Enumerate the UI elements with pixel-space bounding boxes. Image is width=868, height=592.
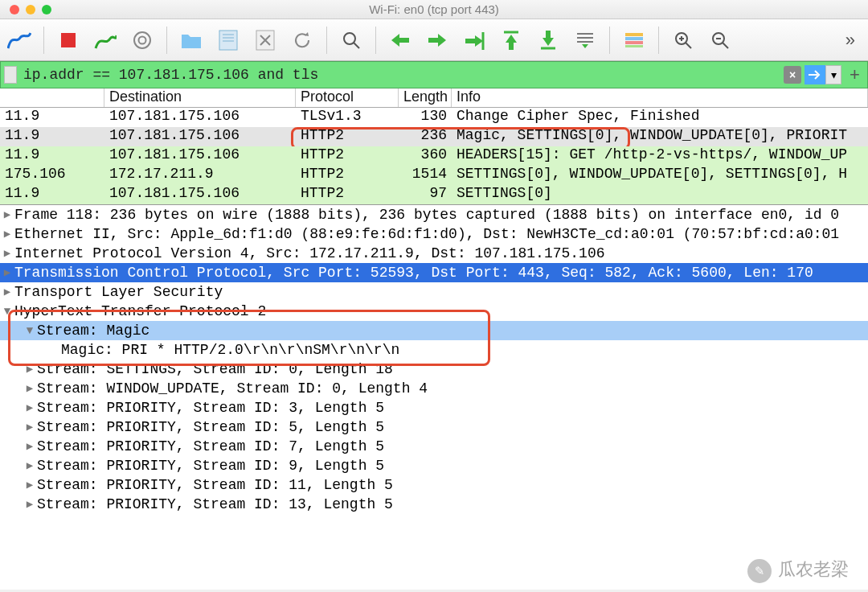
col-header-protocol[interactable]: Protocol [296, 88, 399, 107]
expander-icon[interactable] [23, 417, 37, 437]
cell-protocol: HTTP2 [296, 127, 399, 146]
detail-row[interactable]: Internet Protocol Version 4, Src: 172.17… [0, 244, 868, 263]
detail-stream-row[interactable]: Stream: SETTINGS, Stream ID: 0, Length 1… [0, 360, 868, 379]
packet-details-pane[interactable]: Frame 118: 236 bytes on wire (1888 bits)… [0, 205, 868, 590]
apply-filter-arrow-icon[interactable] [805, 65, 825, 84]
detail-stream-row[interactable]: Stream: PRIORITY, Stream ID: 11, Length … [0, 475, 868, 495]
capture-options-button[interactable] [128, 26, 157, 55]
cell-info: HEADERS[15]: GET /http-2-vs-https/, WIND… [452, 146, 868, 166]
svg-rect-19 [625, 45, 643, 47]
expander-icon[interactable] [0, 205, 14, 224]
expander-icon[interactable] [23, 398, 37, 417]
auto-scroll-button[interactable] [571, 26, 600, 55]
clear-filter-button[interactable]: × [784, 66, 801, 84]
go-first-packet-button[interactable] [497, 26, 526, 55]
wireshark-logo-icon[interactable] [5, 26, 34, 55]
restart-capture-button[interactable] [91, 26, 120, 55]
detail-text: Ethernet II, Src: Apple_6d:f1:d0 (88:e9:… [14, 224, 839, 244]
packet-row[interactable]: 175.106172.17.211.9HTTP21514SETTINGS[0],… [0, 166, 868, 185]
go-forward-button[interactable] [423, 26, 452, 55]
svg-point-1 [134, 32, 150, 48]
detail-text: Stream: PRIORITY, Stream ID: 9, Length 5 [37, 456, 384, 475]
detail-text: Transport Layer Security [14, 282, 223, 302]
open-file-button[interactable] [177, 26, 206, 55]
detail-stream-row[interactable]: Stream: PRIORITY, Stream ID: 7, Length 5 [0, 437, 868, 456]
detail-text: Stream: Magic [37, 321, 149, 340]
svg-line-9 [354, 43, 359, 48]
expander-icon[interactable] [23, 475, 37, 495]
go-last-packet-button[interactable] [534, 26, 563, 55]
packet-row[interactable]: 11.9107.181.175.106HTTP297SETTINGS[0] [0, 185, 868, 204]
cell-protocol: HTTP2 [296, 146, 399, 166]
packet-row[interactable]: 11.9107.181.175.106TLSv1.3130Change Ciph… [0, 108, 868, 127]
col-header-info[interactable]: Info [452, 88, 868, 107]
cell-info: SETTINGS[0], WINDOW_UPDATE[0], SETTINGS[… [452, 166, 868, 185]
expander-icon[interactable] [23, 495, 37, 514]
expander-icon[interactable] [0, 224, 14, 244]
watermark-text: 瓜农老梁 [778, 561, 849, 581]
detail-row[interactable]: Frame 118: 236 bytes on wire (1888 bits)… [0, 205, 868, 224]
expander-icon[interactable] [0, 302, 14, 321]
detail-stream-row[interactable]: Stream: WINDOW_UPDATE, Stream ID: 0, Len… [0, 379, 868, 398]
save-file-button[interactable] [214, 26, 243, 55]
svg-line-25 [723, 43, 728, 48]
jump-to-packet-button[interactable] [460, 26, 489, 55]
col-header-length[interactable]: Length [399, 88, 452, 107]
reload-file-button[interactable] [288, 26, 317, 55]
expander-icon[interactable] [23, 379, 37, 398]
packet-list[interactable]: 11.9107.181.175.106TLSv1.3130Change Ciph… [0, 108, 868, 205]
find-packet-button[interactable] [337, 26, 366, 55]
display-filter-input[interactable] [20, 67, 780, 83]
go-back-button[interactable] [386, 26, 415, 55]
detail-stream-row[interactable]: Stream: PRIORITY, Stream ID: 13, Length … [0, 495, 868, 514]
detail-row[interactable]: Transmission Control Protocol, Src Port:… [0, 263, 868, 282]
detail-text: Stream: WINDOW_UPDATE, Stream ID: 0, Len… [37, 379, 428, 398]
svg-rect-0 [61, 33, 76, 47]
expander-icon[interactable] [0, 282, 14, 302]
detail-stream-magic[interactable]: Stream: Magic [0, 321, 868, 340]
packet-row[interactable]: 11.9107.181.175.106HTTP2236Magic, SETTIN… [0, 127, 868, 146]
cell-destination: 107.181.175.106 [104, 185, 296, 204]
colorize-packets-button[interactable] [620, 26, 649, 55]
display-filter-bar: × ▾ + [0, 61, 868, 88]
svg-rect-16 [625, 33, 643, 36]
svg-point-2 [139, 36, 146, 43]
expander-icon[interactable] [0, 244, 14, 263]
watermark: ✎ 瓜农老梁 [747, 559, 849, 583]
detail-stream-row[interactable]: Stream: PRIORITY, Stream ID: 3, Length 5 [0, 398, 868, 417]
stop-capture-button[interactable] [54, 26, 83, 55]
detail-row[interactable]: Ethernet II, Src: Apple_6d:f1:d0 (88:e9:… [0, 224, 868, 244]
cell-source: 11.9 [0, 108, 104, 127]
add-filter-button[interactable]: + [845, 64, 864, 85]
close-file-button[interactable] [251, 26, 280, 55]
filter-bookmark-icon[interactable] [4, 66, 17, 84]
zoom-out-button[interactable] [706, 26, 735, 55]
col-header-destination[interactable]: Destination [104, 88, 296, 107]
col-header-source[interactable] [0, 88, 104, 107]
detail-stream-row[interactable]: Stream: PRIORITY, Stream ID: 9, Length 5 [0, 456, 868, 475]
toolbar-overflow-icon[interactable]: » [837, 30, 863, 51]
filter-history-dropdown-icon[interactable]: ▾ [825, 65, 841, 84]
detail-magic-value[interactable]: Magic: PRI * HTTP/2.0\r\n\r\nSM\r\n\r\n [0, 340, 868, 360]
expander-icon[interactable] [0, 263, 14, 282]
detail-row[interactable]: HyperText Transfer Protocol 2 [0, 302, 868, 321]
detail-stream-row[interactable]: Stream: PRIORITY, Stream ID: 5, Length 5 [0, 417, 868, 437]
cell-destination: 107.181.175.106 [104, 127, 296, 146]
cell-source: 11.9 [0, 185, 104, 204]
cell-destination: 172.17.211.9 [104, 166, 296, 185]
detail-row[interactable]: Transport Layer Security [0, 282, 868, 302]
expander-icon[interactable] [23, 321, 37, 340]
packet-row[interactable]: 11.9107.181.175.106HTTP2360HEADERS[15]: … [0, 146, 868, 166]
expander-icon[interactable] [23, 456, 37, 475]
expander-icon[interactable] [23, 360, 37, 379]
cell-length: 1514 [399, 166, 452, 185]
zoom-in-button[interactable] [669, 26, 698, 55]
cell-length: 97 [399, 185, 452, 204]
cell-protocol: HTTP2 [296, 185, 399, 204]
detail-text: Stream: PRIORITY, Stream ID: 7, Length 5 [37, 437, 384, 456]
svg-rect-3 [219, 31, 237, 50]
expander-icon[interactable] [23, 437, 37, 456]
cell-destination: 107.181.175.106 [104, 108, 296, 127]
cell-source: 11.9 [0, 146, 104, 166]
svg-line-21 [686, 43, 691, 48]
